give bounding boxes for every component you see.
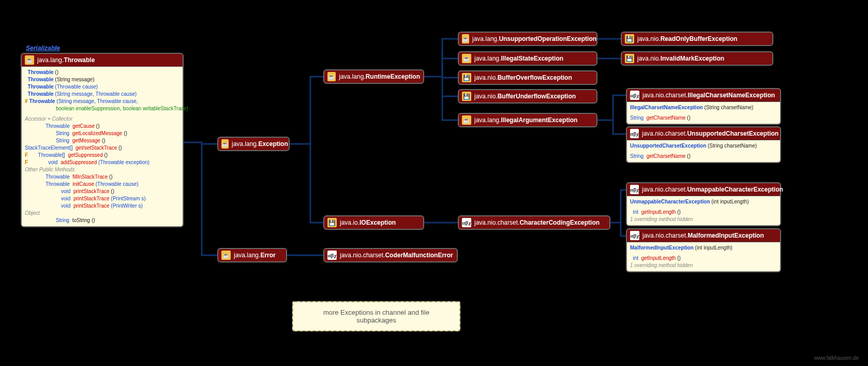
cup-icon: ☕ (221, 139, 229, 149)
class-runtime-exception: ☕java.lang.RuntimeException (323, 69, 424, 84)
class-error: ☕java.lang.Error (217, 248, 287, 262)
watermark: www.falkhausen.de (814, 355, 859, 361)
abx-icon: αβχ (462, 218, 471, 227)
cup-icon: ☕ (462, 34, 469, 43)
class-character-coding-exception: αβχjava.nio.charset.CharacterCodingExcep… (458, 215, 610, 230)
throwable-members: Throwable () Throwable (String message) … (22, 66, 183, 226)
class-unsupported-operation-exception: ☕java.lang.UnsupportedOperationException (458, 32, 597, 46)
abx-icon: αβχ (630, 129, 639, 138)
class-readonly-buffer-exception: 💾java.nio.ReadOnlyBufferException (621, 32, 773, 46)
disk-icon: 💾 (327, 218, 337, 227)
class-coder-malfunction-error: αβχjava.nio.charset.CoderMalfunctionErro… (323, 248, 458, 262)
class-ioexception: 💾java.io.IOException (323, 215, 424, 230)
abx-icon: αβχ (327, 251, 337, 260)
serializable-label: Serializable (26, 45, 60, 52)
class-illegal-argument-exception: ☕java.lang.IllegalArgumentException (458, 113, 597, 127)
cup-icon: ☕ (221, 251, 231, 260)
class-invalid-mark-exception: 💾java.nio.InvalidMarkException (621, 51, 773, 66)
note-more-exceptions: more Exceptions in channel and file subp… (292, 301, 460, 331)
class-buffer-overflow-exception: 💾java.nio.BufferOverflowException (458, 70, 597, 85)
cup-icon: ☕ (462, 54, 471, 63)
class-unsupported-charset-exception: αβχjava.nio.charset.UnsupportedCharsetEx… (626, 126, 781, 163)
class-exception: ☕java.lang.Exception (217, 137, 290, 151)
class-malformed-input-exception: αβχjava.nio.charset.MalformedInputExcept… (626, 228, 781, 272)
class-illegal-state-exception: ☕java.lang.IllegalStateException (458, 51, 597, 66)
cup-icon: ☕ (327, 72, 336, 81)
class-throwable: ☕java.lang.Throwable Throwable () Throwa… (21, 53, 184, 227)
disk-icon: 💾 (625, 34, 634, 43)
abx-icon: αβχ (630, 231, 639, 240)
disk-icon: 💾 (625, 54, 634, 63)
abx-icon: αβχ (630, 91, 639, 100)
class-buffer-underflow-exception: 💾java.nio.BufferUnderflowException (458, 89, 597, 104)
abx-icon: αβχ (630, 185, 639, 194)
cup-icon: ☕ (25, 55, 34, 65)
class-unmappable-character-exception: αβχjava.nio.charset.UnmappableCharacterE… (626, 182, 781, 226)
disk-icon: 💾 (462, 92, 471, 101)
disk-icon: 💾 (462, 73, 471, 82)
cup-icon: ☕ (462, 115, 471, 125)
class-illegal-charset-name-exception: αβχjava.nio.charset.IllegalCharsetNameEx… (626, 88, 781, 125)
